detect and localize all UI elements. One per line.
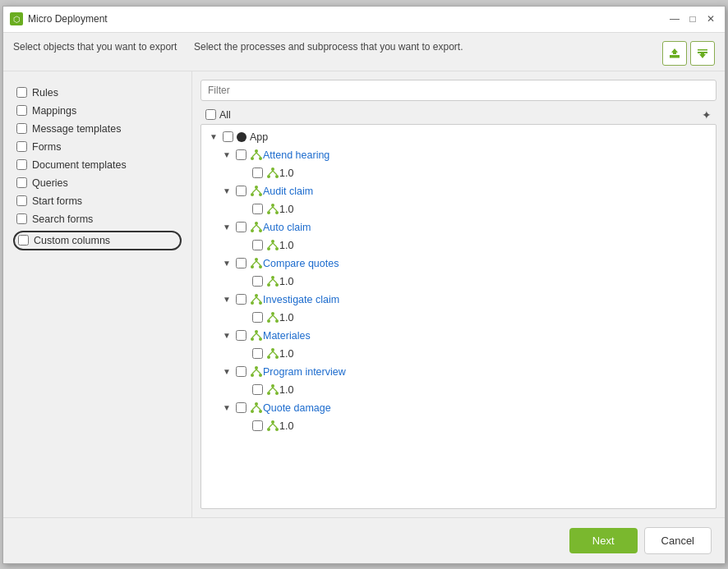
program-interview-1-checkbox[interactable] xyxy=(252,384,263,395)
svg-line-20 xyxy=(256,189,260,193)
app-toggle[interactable] xyxy=(208,131,219,143)
document-templates-checkbox[interactable] xyxy=(16,159,27,170)
mappings-checkbox[interactable] xyxy=(16,105,27,116)
version-icon-4 xyxy=(266,275,279,288)
svg-line-39 xyxy=(252,261,256,265)
tree-node-compare-quotes[interactable]: Compare quotes xyxy=(201,255,716,273)
auto-claim-1-checkbox[interactable] xyxy=(252,240,263,250)
custom-columns-checkbox[interactable] xyxy=(18,235,29,245)
minimize-button[interactable]: — xyxy=(667,11,682,26)
rules-checkbox[interactable] xyxy=(16,87,27,98)
forms-item[interactable]: Forms xyxy=(13,139,182,155)
tree-node-attend-hearing[interactable]: Attend hearing xyxy=(201,146,716,164)
export-button[interactable] xyxy=(690,41,715,66)
message-templates-checkbox[interactable] xyxy=(16,123,27,134)
audit-claim-checkbox[interactable] xyxy=(236,186,247,196)
queries-item[interactable]: Queries xyxy=(13,175,182,191)
close-button[interactable]: ✕ xyxy=(703,11,718,26)
tree-node-auto-claim[interactable]: Auto claim xyxy=(201,218,716,236)
rules-label: Rules xyxy=(32,87,58,99)
start-forms-checkbox[interactable] xyxy=(16,195,27,206)
search-forms-checkbox[interactable] xyxy=(16,213,27,224)
queries-checkbox[interactable] xyxy=(16,177,27,188)
tree-node-auto-claim-1[interactable]: 1.0 xyxy=(201,236,716,255)
attend-hearing-checkbox[interactable] xyxy=(236,149,247,160)
svg-line-54 xyxy=(269,315,273,319)
investigate-claim-checkbox[interactable] xyxy=(236,294,247,305)
auto-claim-checkbox[interactable] xyxy=(236,222,247,232)
svg-point-61 xyxy=(271,348,274,351)
cancel-button[interactable]: Cancel xyxy=(644,527,712,554)
tree-node-program-interview[interactable]: Program interview xyxy=(201,363,716,381)
tree-node-compare-quotes-1[interactable]: 1.0 xyxy=(201,273,716,291)
investigate-claim-toggle[interactable] xyxy=(221,294,233,305)
document-templates-label: Document templates xyxy=(32,159,127,171)
quote-damage-1-checkbox[interactable] xyxy=(252,420,263,431)
process-icon-5 xyxy=(250,293,263,306)
compare-quotes-1-checkbox[interactable] xyxy=(252,276,263,287)
maximize-button[interactable]: □ xyxy=(685,11,700,26)
custom-columns-item[interactable]: Custom columns xyxy=(13,231,182,250)
svg-point-73 xyxy=(275,392,279,395)
filter-input[interactable] xyxy=(200,80,716,101)
investigate-claim-1-label: 1.0 xyxy=(279,312,293,324)
program-interview-toggle[interactable] xyxy=(221,366,233,378)
program-interview-checkbox[interactable] xyxy=(236,366,247,377)
tree-node-investigate-claim-1[interactable]: 1.0 xyxy=(201,309,716,327)
investigate-claim-1-checkbox[interactable] xyxy=(252,312,263,323)
custom-columns-label: Custom columns xyxy=(34,235,110,246)
all-row: All ✦ xyxy=(200,106,716,124)
tree-node-program-interview-1[interactable]: 1.0 xyxy=(201,381,716,399)
tree-node-attend-hearing-1[interactable]: 1.0 xyxy=(201,164,716,182)
message-templates-label: Message templates xyxy=(32,123,121,135)
materiales-checkbox[interactable] xyxy=(236,330,247,341)
tree-panel[interactable]: App Attend hearing 1.0 xyxy=(200,124,716,509)
audit-claim-toggle[interactable] xyxy=(221,186,233,197)
next-button[interactable]: Next xyxy=(569,528,638,553)
compare-quotes-checkbox[interactable] xyxy=(236,258,247,268)
import-button[interactable] xyxy=(662,41,687,66)
window-controls: — □ ✕ xyxy=(667,11,718,26)
auto-claim-toggle[interactable] xyxy=(221,222,233,233)
search-forms-item[interactable]: Search forms xyxy=(13,211,182,227)
compare-quotes-toggle[interactable] xyxy=(221,258,233,269)
tree-node-materiales[interactable]: Materiales xyxy=(201,327,716,345)
audit-claim-1-checkbox[interactable] xyxy=(252,204,263,214)
materiales-toggle[interactable] xyxy=(221,330,233,342)
tree-node-audit-claim-1[interactable]: 1.0 xyxy=(201,200,716,218)
tree-node-app[interactable]: App xyxy=(201,128,716,146)
document-templates-item[interactable]: Document templates xyxy=(13,157,182,173)
materiales-1-checkbox[interactable] xyxy=(252,348,263,359)
attend-hearing-1-checkbox[interactable] xyxy=(252,167,263,178)
quote-damage-toggle[interactable] xyxy=(221,402,233,414)
process-icon-8 xyxy=(250,402,263,415)
tree-node-quote-damage-1[interactable]: 1.0 xyxy=(201,417,716,435)
program-interview-label: Program interview xyxy=(263,366,346,378)
mappings-label: Mappings xyxy=(32,105,76,117)
auto-claim-label: Auto claim xyxy=(263,222,311,233)
header-buttons xyxy=(662,41,715,66)
all-checkbox[interactable] xyxy=(205,109,216,120)
tree-node-audit-claim[interactable]: Audit claim xyxy=(201,182,716,200)
svg-line-25 xyxy=(273,207,277,211)
svg-point-7 xyxy=(251,157,254,160)
tree-node-investigate-claim[interactable]: Investigate claim xyxy=(201,291,716,309)
start-forms-item[interactable]: Start forms xyxy=(13,193,182,209)
svg-line-85 xyxy=(273,424,277,428)
attend-hearing-toggle[interactable] xyxy=(221,149,233,161)
svg-point-37 xyxy=(251,265,254,268)
svg-point-47 xyxy=(251,301,254,305)
quote-damage-checkbox[interactable] xyxy=(236,402,247,413)
svg-line-55 xyxy=(273,315,277,319)
mappings-item[interactable]: Mappings xyxy=(13,103,182,119)
svg-point-11 xyxy=(271,167,274,171)
svg-line-69 xyxy=(252,369,256,374)
forms-checkbox[interactable] xyxy=(16,141,27,152)
rules-item[interactable]: Rules xyxy=(13,85,182,101)
process-icon-6 xyxy=(250,329,263,342)
svg-point-63 xyxy=(275,356,279,359)
message-templates-item[interactable]: Message templates xyxy=(13,121,182,137)
app-checkbox[interactable] xyxy=(223,131,233,142)
tree-node-quote-damage[interactable]: Quote damage xyxy=(201,399,716,417)
tree-node-materiales-1[interactable]: 1.0 xyxy=(201,345,716,363)
